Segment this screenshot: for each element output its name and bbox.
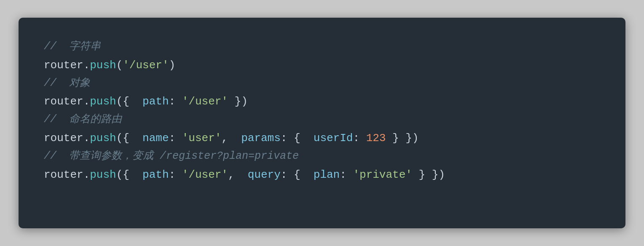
comment-line-4: // 带查询参数，变成 /register?plan=private [44, 147, 600, 166]
code-container: // 字符串 router.push('/user') // 对象 router… [19, 18, 625, 228]
code-line-3: router.push({ name: 'user', params: { us… [44, 129, 600, 147]
comment-line-2: // 对象 [44, 75, 600, 93]
token-string-user: '/user' [123, 59, 169, 72]
comment-line-1: // 字符串 [44, 38, 600, 56]
token-push: push [90, 59, 116, 72]
code-line-2: router.push({ path: '/user' }) [44, 92, 600, 111]
token-user-string: 'user' [182, 132, 222, 144]
code-line-4: router.push({ path: '/user', query: { pl… [44, 166, 600, 184]
comment-line-3: // 命名的路由 [44, 111, 600, 129]
token-number-123: 123 [366, 132, 386, 144]
code-block: // 字符串 router.push('/user') // 对象 router… [44, 38, 600, 184]
token-router: router [44, 59, 83, 72]
code-line-1: router.push('/user') [44, 56, 600, 75]
